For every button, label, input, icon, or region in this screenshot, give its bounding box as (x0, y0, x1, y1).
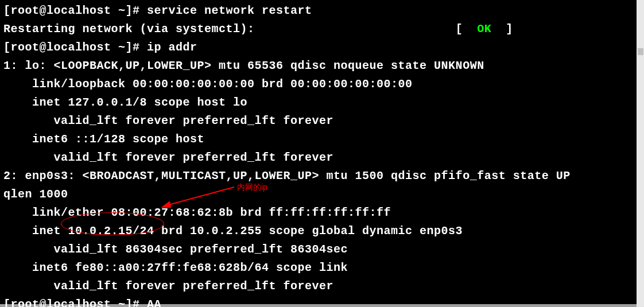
output-line: valid_lft forever preferred_lft forever (3, 279, 333, 293)
prompt: [root@localhost ~]# (3, 298, 147, 307)
command-text: ip addr (147, 41, 197, 54)
output-line: inet 10.0.2.15/24 brd 10.0.2.255 scope g… (3, 224, 463, 238)
output-line: valid_lft 86304sec preferred_lft 86304se… (3, 243, 348, 256)
bracket-right: ] (491, 22, 513, 36)
cursor-input[interactable]: AA (147, 298, 161, 307)
output-line: link/loopback 00:00:00:00:00:00 brd 00:0… (3, 77, 413, 91)
output-line: Restarting network (via systemctl): (3, 22, 255, 36)
prompt: [root@localhost ~]# (3, 41, 147, 54)
spacing (255, 22, 456, 36)
status-ok: OK (477, 22, 491, 36)
output-line: qlen 1000 (3, 188, 68, 201)
command-text: service network restart (147, 4, 312, 17)
output-line: valid_lft forever preferred_lft forever (3, 114, 333, 127)
output-line: inet6 ::1/128 scope host (3, 133, 204, 146)
output-line: valid_lft forever preferred_lft forever (3, 151, 333, 164)
output-line: link/ether 08:00:27:68:62:8b brd ff:ff:f… (3, 206, 391, 219)
output-line: inet6 fe80::a00:27ff:fe68:628b/64 scope … (3, 261, 348, 274)
output-line: inet 127.0.0.1/8 scope host lo (3, 96, 247, 109)
output-line: 2: enp0s3: <BROADCAST,MULTICAST,UP,LOWER… (3, 169, 577, 182)
scrollbar-thumb[interactable] (638, 48, 643, 55)
vertical-scrollbar[interactable] (637, 0, 644, 307)
bracket-left: [ (456, 22, 478, 36)
terminal-window[interactable]: [root@localhost ~]# service network rest… (0, 0, 637, 304)
output-line: 1: lo: <LOOPBACK,UP,LOWER_UP> mtu 65536 … (3, 59, 484, 72)
prompt: [root@localhost ~]# (3, 4, 147, 17)
